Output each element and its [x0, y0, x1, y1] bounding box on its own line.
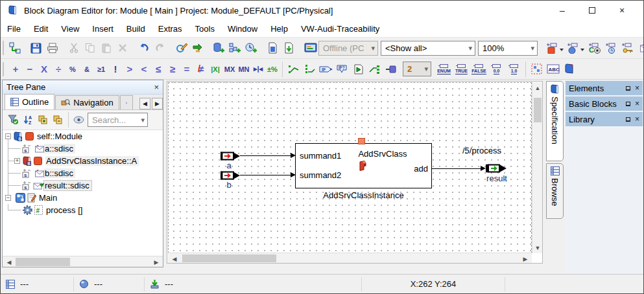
sort-icon[interactable]: AZ — [21, 111, 36, 128]
output-port-result[interactable] — [486, 164, 507, 173]
greater-equal-operator-icon[interactable]: ≥ — [165, 63, 180, 74]
tree-row-result[interactable]: s result::sdisc — [3, 179, 163, 192]
block-sequence-handle[interactable] — [358, 138, 365, 144]
tab-specification[interactable]: Specification — [546, 81, 564, 161]
limiter-icon[interactable]: ▸|◂ — [251, 65, 265, 73]
zoom-select[interactable]: 100%▾ — [478, 41, 538, 56]
input-port-a[interactable] — [221, 152, 241, 161]
menu-file[interactable]: File — [1, 24, 27, 34]
minimize-panel-icon[interactable] — [626, 102, 630, 106]
diagram-canvas[interactable]: a b summand1 summand2 — [167, 81, 543, 264]
add-logic-element-icon[interactable] — [566, 40, 587, 56]
tree-row-instance[interactable]: + B AddSrvClassInstance::A — [3, 155, 163, 167]
tree-row-b[interactable]: s b::sdisc — [3, 167, 163, 179]
menu-window[interactable]: Window — [221, 24, 264, 34]
calc-block-icon[interactable] — [350, 61, 366, 78]
menu-edit[interactable]: Edit — [27, 24, 54, 34]
tree-row-main[interactable]: − Main — [3, 192, 163, 204]
not-operator-icon[interactable]: ! — [108, 63, 123, 74]
toolbar-grip[interactable] — [3, 41, 4, 55]
maximize-button[interactable] — [577, 1, 607, 20]
mul-div-icon[interactable]: ±% — [265, 65, 280, 73]
panel-basic-blocks-header[interactable]: Basic Blocks × — [566, 96, 643, 111]
add-operator-icon[interactable]: + — [8, 63, 23, 74]
abs-operator-icon[interactable]: |X| — [208, 65, 222, 73]
add-constant-icon[interactable]: C — [587, 40, 603, 56]
divide-operator-icon[interactable]: ÷ — [51, 63, 66, 74]
notebook-icon[interactable] — [561, 61, 577, 78]
menu-help[interactable]: Help — [264, 24, 294, 34]
minimize-button[interactable]: – — [547, 1, 577, 20]
one-literal-icon[interactable]: 1.0 — [505, 62, 523, 77]
panel-elements-header[interactable]: Elements × — [566, 81, 643, 95]
if-then-else-icon[interactable]: IF? — [334, 61, 350, 78]
menu-insert[interactable]: Insert — [86, 24, 120, 34]
scroll-left-icon[interactable]: ◀ — [4, 257, 14, 267]
max-operator-icon[interactable]: MX — [222, 65, 237, 73]
operand-count-select[interactable]: 2▾ — [403, 62, 431, 76]
redo-icon[interactable] — [152, 40, 168, 56]
modulo-operator-icon[interactable]: % — [66, 65, 80, 73]
tabs-scroll-left-icon[interactable]: ◀ — [139, 98, 150, 109]
input-port-b[interactable] — [221, 171, 241, 180]
canvas-grid[interactable]: a b summand1 summand2 — [168, 82, 532, 253]
port-connector-icon[interactable] — [383, 61, 399, 78]
not-equal-operator-icon[interactable]: ≠ — [194, 63, 208, 74]
close-panel-icon[interactable]: × — [635, 115, 639, 124]
cut-icon[interactable] — [66, 40, 82, 56]
hierarchy-icon[interactable] — [529, 61, 545, 78]
search-scope-icon[interactable] — [71, 111, 86, 128]
add-database-icon[interactable] — [211, 40, 227, 56]
switch-icon[interactable] — [285, 61, 302, 78]
false-literal-icon[interactable]: FALSE — [470, 62, 488, 77]
canvas-vertical-scrollbar[interactable]: ▲ ▼ — [532, 82, 542, 253]
wire-a[interactable] — [240, 155, 291, 156]
filter-icon[interactable] — [6, 111, 21, 128]
tab-outline[interactable]: Outline — [5, 94, 54, 109]
canvas-horizontal-scrollbar[interactable]: ◀ ▶ — [168, 253, 532, 263]
tree-row-a[interactable]: s a::sdisc — [3, 142, 163, 155]
tab-navigation[interactable]: Navigation — [55, 95, 119, 109]
multiply-operator-icon[interactable]: X — [37, 63, 51, 74]
zero-literal-icon[interactable]: 0.0 — [488, 62, 505, 77]
scroll-right-icon[interactable]: ▶ — [151, 257, 161, 267]
tree-horizontal-scrollbar[interactable]: ◀ ▶ — [3, 256, 163, 267]
add-scalar-element-icon[interactable] — [545, 40, 566, 56]
scroll-right-icon[interactable]: ▶ — [520, 254, 531, 264]
greater-operator-icon[interactable]: > — [123, 63, 137, 74]
show-filter-select[interactable]: <Show all>▾ — [381, 41, 475, 56]
close-button[interactable]: × — [607, 1, 637, 20]
true-literal-icon[interactable]: TRUE — [453, 62, 470, 77]
tab-hidden-stub[interactable] — [120, 95, 133, 109]
tree-row-self-module[interactable]: − B self::Module — [3, 130, 163, 142]
wire-result[interactable] — [432, 168, 483, 169]
expand-expander-icon[interactable]: + — [14, 158, 20, 164]
less-equal-operator-icon[interactable]: ≤ — [151, 63, 165, 74]
multiplexer-icon[interactable] — [302, 61, 318, 78]
minimize-panel-icon[interactable] — [626, 117, 630, 122]
tab-browse[interactable]: Browse — [546, 163, 564, 219]
menu-vw-audi-traceability[interactable]: VW-Audi-Traceability — [294, 24, 386, 34]
add-system-constant-icon[interactable] — [603, 40, 619, 56]
tree-row-process[interactable]: # process [] — [3, 204, 163, 216]
panel-library-header[interactable]: Library × — [566, 112, 643, 126]
comment-abc-icon[interactable]: ABC — [545, 61, 561, 78]
edit-component-icon[interactable] — [173, 40, 189, 56]
menu-build[interactable]: Build — [120, 24, 152, 34]
collapse-all-icon[interactable] — [51, 111, 66, 128]
and-operator-icon[interactable]: & — [80, 65, 94, 73]
open-document-icon[interactable] — [265, 40, 281, 56]
print-icon[interactable] — [44, 40, 60, 56]
if-then-icon[interactable]: IF — [318, 61, 334, 78]
tree-pane-close-icon[interactable]: × — [154, 82, 159, 92]
paste-icon[interactable] — [98, 40, 114, 56]
scroll-left-icon[interactable]: ◀ — [169, 254, 180, 264]
toolbar-grip[interactable] — [3, 62, 6, 76]
wire-b[interactable] — [240, 175, 291, 175]
scroll-up-icon[interactable]: ▲ — [532, 83, 543, 93]
close-panel-icon[interactable]: × — [635, 84, 639, 93]
save-icon[interactable] — [28, 40, 44, 56]
collapse-expander-icon[interactable]: − — [5, 133, 11, 139]
update-component-icon[interactable] — [189, 40, 206, 56]
menu-tools[interactable]: Tools — [189, 24, 221, 34]
